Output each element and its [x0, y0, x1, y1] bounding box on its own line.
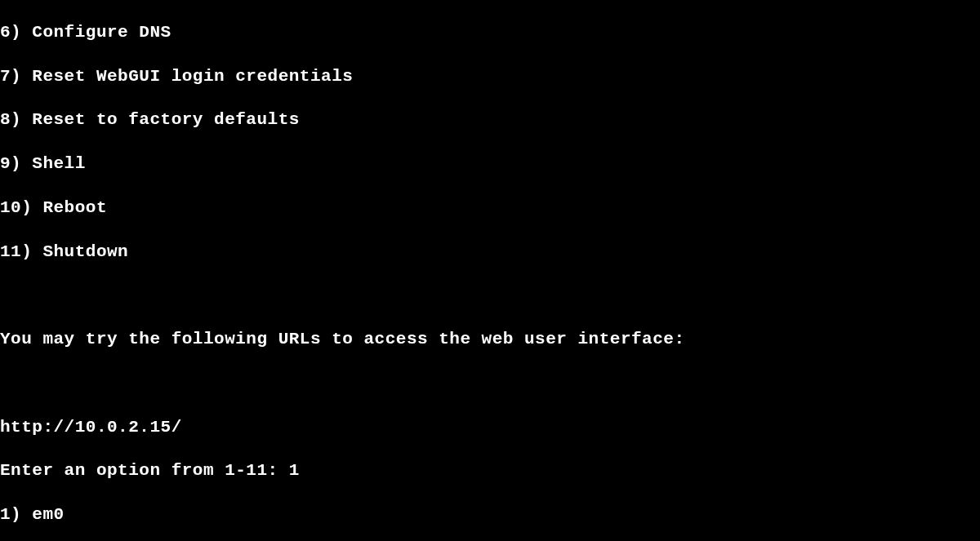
menu-item-7: 7) Reset WebGUI login credentials [0, 66, 980, 88]
menu-item-9: 9) Shell [0, 153, 980, 175]
terminal-output[interactable]: 6) Configure DNS 7) Reset WebGUI login c… [0, 0, 980, 541]
urls-hint: You may try the following URLs to access… [0, 329, 980, 351]
menu-item-10: 10) Reboot [0, 197, 980, 220]
menu-item-11: 11) Shutdown [0, 242, 980, 264]
menu-item-8: 8) Reset to factory defaults [0, 109, 980, 131]
prompt-enter-option: Enter an option from 1-11: 1 [0, 460, 980, 482]
blank-line [0, 373, 980, 395]
url-1: http://10.0.2.15/ [0, 417, 980, 439]
menu-item-6: 6) Configure DNS [0, 22, 980, 44]
blank-line [0, 285, 980, 307]
iface-list-1: 1) em0 [0, 504, 980, 526]
